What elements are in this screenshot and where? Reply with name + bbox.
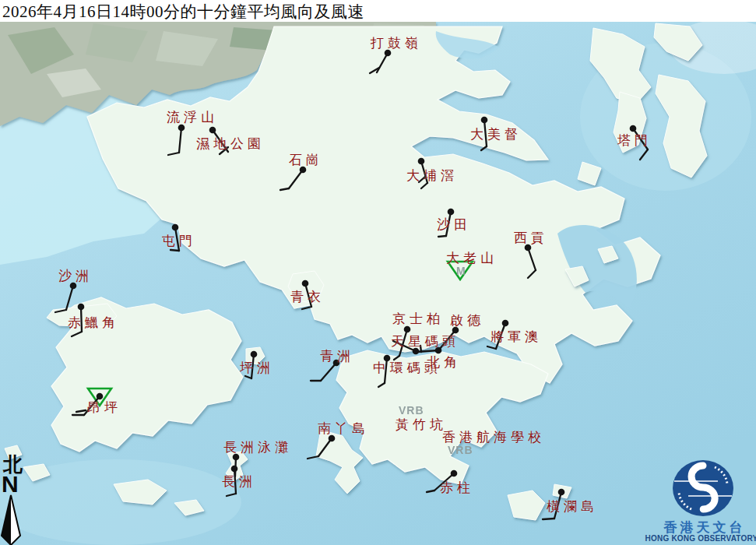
ngong-ping-station-dot (97, 393, 104, 400)
sha-tin-wind-barb (438, 236, 446, 237)
map-canvas: 打鼓嶺流浮山濕地公園石崗大美督塔門大埔滘沙田西貢屯門大老山M沙洲赤鱲角青衣京士柏… (0, 0, 756, 545)
cheung-chau-beach-station-dot (233, 454, 240, 461)
waglan-island-station-dot (558, 489, 565, 496)
compass-north-letter: N (2, 473, 19, 496)
kai-tak-station-dot (452, 327, 459, 334)
central-pier-station-dot (384, 355, 391, 362)
hko-logo-name-cn: 香港天文台 (654, 521, 755, 534)
waglan-island-wind-barb (543, 519, 554, 519)
cheung-chau-station-dot (231, 466, 238, 473)
tuen-mun-station-dot (172, 224, 179, 231)
sha-chau-station-dot (70, 283, 77, 290)
stanley-station-dot (451, 470, 458, 477)
ta-kwu-ling-station-dot (385, 50, 392, 57)
hko-logo-icon (673, 460, 733, 516)
green-island-station-dot (333, 360, 340, 367)
title-bar: 2026年4月16日14時00分的十分鐘平均風向及風速 (0, 0, 756, 22)
peng-chau-station-dot (251, 351, 258, 358)
tai-po-kau-station-dot (418, 158, 425, 165)
tsing-yi-station-dot (302, 280, 309, 287)
lamma-island-station-dot (329, 435, 336, 442)
kings-park-station-dot (404, 326, 411, 333)
tuen-mun-wind-barb (171, 250, 179, 251)
tai-mei-tuk-station-dot (481, 117, 488, 124)
wetland-park-station-dot (209, 127, 216, 134)
hko-logo-name-en: HONG KONG OBSERVATORY (643, 535, 756, 543)
sai-kung-station-dot (525, 244, 532, 251)
sha-tin-station-dot (448, 209, 455, 216)
chek-lap-kok-station-dot (78, 304, 85, 311)
tap-mun-station-dot (630, 125, 637, 132)
map-svg (0, 0, 756, 545)
chek-lap-kok-wind-barb (81, 307, 82, 332)
north-point-station-dot (435, 347, 442, 354)
page-title: 2026年4月16日14時00分的十分鐘平均風向及風速 (2, 1, 364, 23)
shek-kong-station-dot (300, 167, 307, 174)
north-point-wind-barb (420, 346, 421, 352)
lau-fau-shan-station-dot (178, 125, 185, 132)
tseung-kwan-o-station-dot (502, 320, 509, 327)
wind-map-screen: 打鼓嶺流浮山濕地公園石崗大美督塔門大埔滘沙田西貢屯門大老山M沙洲赤鱲角青衣京士柏… (0, 0, 756, 545)
